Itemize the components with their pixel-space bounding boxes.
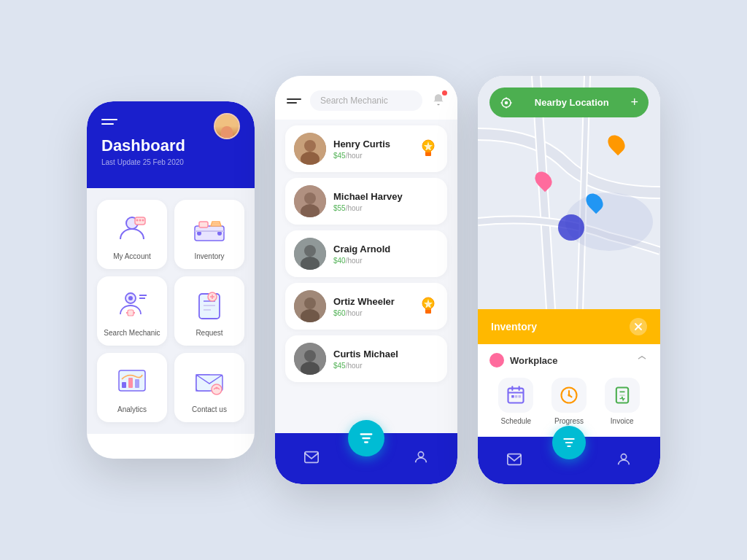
mechanic-avatar-henry (294, 133, 326, 165)
inventory-card[interactable]: Inventory (174, 200, 244, 269)
dashboard-subtitle: Last Update 25 Feb 2020 (101, 158, 240, 166)
map-nav-mail[interactable] (506, 451, 522, 470)
mechanic-avatar-curtis (294, 343, 326, 375)
search-placeholder: Search Mechanic (320, 96, 388, 106)
mechanic-info-michael: Michael Harvey $55/hour (333, 191, 438, 212)
mechanic-info-curtis: Curtis Michael $45/hour (333, 349, 438, 370)
inventory-close-btn[interactable] (630, 318, 647, 335)
workplace-icons: Schedule Progress (489, 378, 649, 425)
inventory-bar-label: Inventory (491, 321, 537, 332)
svg-point-58 (505, 101, 508, 104)
mechanic-name-ortiz: Ortiz Wheeler (333, 296, 411, 307)
workplace-dot (489, 353, 504, 368)
mechanic-rate-curtis: $45/hour (333, 361, 438, 370)
svg-rect-49 (425, 308, 431, 310)
my-account-icon (115, 211, 150, 246)
map-area: Nearby Location + (478, 76, 660, 309)
avatar[interactable] (214, 113, 240, 139)
mechanic-ortiz[interactable]: Ortiz Wheeler $60/hour (285, 283, 447, 330)
my-account-card[interactable]: My Account (97, 200, 167, 269)
nav-mail[interactable] (303, 449, 320, 468)
mechanic-list: Henry Curtis $45/hour (275, 120, 457, 433)
notification-bell[interactable] (431, 92, 446, 109)
contact-icon (192, 365, 227, 400)
filter-fab-map[interactable] (552, 426, 586, 459)
svg-point-51 (304, 350, 316, 362)
search-mechanic-label: Search Mechanic (104, 329, 160, 337)
invoice-item[interactable]: Invoice (605, 378, 640, 425)
svg-point-54 (419, 452, 424, 457)
search-mechanic-card[interactable]: Search Mechanic (97, 276, 167, 346)
dashboard-title: Dashboard (101, 136, 240, 155)
mechanic-avatar-michael (294, 185, 326, 217)
progress-icon-box (551, 378, 587, 413)
mechanic-name-curtis: Curtis Michael (333, 349, 438, 359)
nearby-location-btn[interactable]: Nearby Location + (489, 88, 649, 117)
svg-point-29 (216, 387, 218, 389)
mechanic-avatar-craig (294, 238, 326, 270)
workplace-chevron[interactable] (635, 354, 649, 367)
search-menu-icon[interactable] (287, 98, 301, 104)
analytics-icon (115, 365, 150, 400)
svg-point-41 (304, 245, 316, 257)
map-screen: Nearby Location + Inventory Workplace (478, 76, 660, 484)
svg-point-38 (304, 192, 316, 204)
mechanic-rate-craig: $40/hour (333, 256, 438, 265)
invoice-icon-box (605, 378, 640, 413)
screens-container: Dashboard Last Update 25 Feb 2020 My Acc… (87, 76, 660, 484)
svg-point-4 (142, 219, 144, 222)
schedule-item[interactable]: Schedule (498, 378, 533, 425)
svg-point-31 (304, 140, 316, 152)
svg-rect-78 (508, 454, 521, 464)
badge-ortiz (418, 296, 438, 316)
mechanic-rate-ortiz: $60/hour (333, 308, 411, 317)
mechanic-michael[interactable]: Michael Harvey $55/hour (285, 178, 447, 225)
nearby-plus-icon[interactable]: + (630, 95, 638, 110)
dashboard-screen: Dashboard Last Update 25 Feb 2020 My Acc… (87, 101, 255, 459)
svg-rect-68 (515, 395, 518, 398)
workplace-label: Workplace (510, 355, 630, 366)
request-icon (192, 288, 227, 323)
schedule-icon-box (498, 378, 533, 413)
analytics-card[interactable]: Analytics (97, 353, 167, 422)
mechanic-name-michael: Michael Harvey (333, 191, 438, 202)
contact-card[interactable]: Contact us (174, 353, 244, 422)
map-nav-profile[interactable] (616, 451, 632, 470)
svg-point-44 (304, 298, 316, 309)
request-label: Request (196, 329, 222, 337)
map-marker-dark (558, 214, 584, 241)
mechanic-info-craig: Craig Arnold $40/hour (333, 244, 438, 265)
mechanic-info-henry: Henry Curtis $45/hour (333, 139, 411, 160)
mechanic-info-ortiz: Ortiz Wheeler $60/hour (333, 296, 411, 317)
dashboard-header: Dashboard Last Update 25 Feb 2020 (87, 101, 255, 188)
svg-point-2 (136, 219, 139, 222)
mechanic-avatar-ortiz (294, 290, 326, 322)
svg-rect-13 (128, 310, 133, 316)
mechanic-rate-henry: $45/hour (333, 151, 411, 160)
svg-point-28 (212, 384, 222, 394)
inventory-icon (192, 211, 227, 246)
menu-icon[interactable] (101, 119, 117, 125)
contact-label: Contact us (192, 405, 227, 413)
mechanic-craig[interactable]: Craig Arnold $40/hour (285, 230, 447, 277)
mechanic-henry[interactable]: Henry Curtis $45/hour (285, 125, 447, 172)
svg-point-3 (139, 219, 142, 222)
progress-item[interactable]: Progress (551, 378, 587, 425)
schedule-label: Schedule (500, 417, 531, 425)
mechanic-curtis[interactable]: Curtis Michael $45/hour (285, 335, 447, 382)
search-screen: Search Mechanic (275, 76, 457, 484)
nav-profile[interactable] (413, 449, 429, 468)
svg-rect-25 (128, 378, 133, 388)
svg-rect-24 (122, 382, 126, 388)
svg-rect-36 (425, 150, 431, 152)
search-input-wrap[interactable]: Search Mechanic (310, 90, 422, 111)
svg-point-79 (621, 454, 626, 459)
svg-point-12 (128, 296, 133, 300)
inventory-bar: Inventory (478, 309, 660, 344)
filter-fab[interactable] (348, 420, 384, 456)
badge-henry (418, 139, 438, 159)
analytics-label: Analytics (117, 405, 147, 413)
request-card[interactable]: Request (174, 276, 244, 346)
svg-rect-9 (195, 230, 224, 232)
progress-label: Progress (554, 417, 584, 425)
